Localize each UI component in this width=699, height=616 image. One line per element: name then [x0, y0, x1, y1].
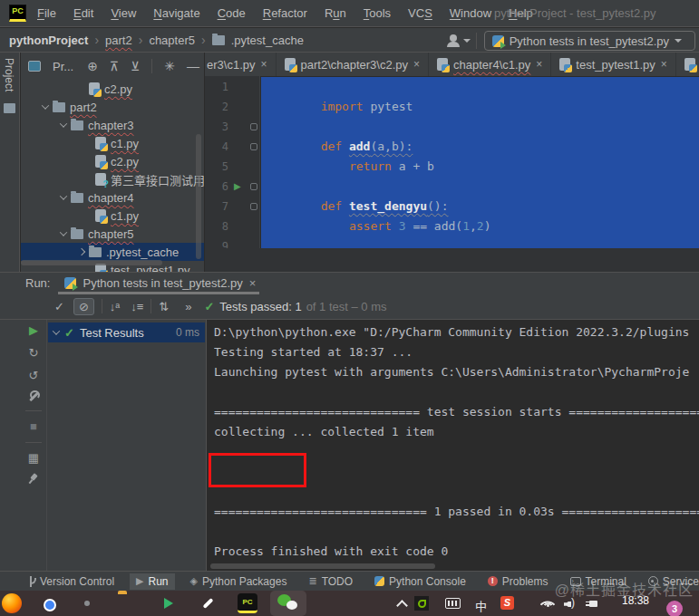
- breadcrumb-project[interactable]: pythonProject: [9, 34, 88, 47]
- tree-item-chapter3-doc[interactable]: 第三章接口测试用例: [21, 170, 204, 188]
- test-settings-icon[interactable]: [28, 391, 39, 402]
- show-passed-icon[interactable]: ✓: [54, 300, 64, 313]
- toolwindow-python-packages[interactable]: ◈ Python Packages: [184, 573, 294, 590]
- tab-test-pytest1[interactable]: test_pytest1.py ×: [551, 53, 675, 76]
- toolwindow-python-console[interactable]: Python Console: [368, 573, 472, 590]
- chevron-down-icon[interactable]: [463, 39, 471, 43]
- tree-vertical-scrollbar[interactable]: [196, 134, 201, 259]
- run-console[interactable]: D:\python\python.exe "D:/PyCharm Communi…: [206, 320, 699, 572]
- console-horizontal-scrollbar[interactable]: [210, 563, 435, 569]
- tab-test-pytest2-partial[interactable]: [676, 53, 699, 76]
- rerun-failed-tests-icon[interactable]: ↻: [29, 346, 39, 361]
- toolwindow-version-control[interactable]: Version Control: [20, 573, 121, 590]
- project-view-icon[interactable]: [28, 61, 41, 72]
- tree-item-c1py[interactable]: c1.py: [21, 207, 204, 225]
- stop-icon[interactable]: ■: [30, 419, 37, 434]
- tree-item-pytest-cache[interactable]: .pytest_cache: [21, 243, 204, 261]
- tree-item-c1py[interactable]: c1.py: [21, 134, 204, 152]
- close-icon[interactable]: ×: [249, 276, 257, 290]
- toggle-auto-test-icon[interactable]: ↺: [29, 369, 39, 383]
- select-opened-file-icon[interactable]: ⊕: [87, 59, 98, 73]
- tray-expand-icon[interactable]: [396, 600, 408, 611]
- toolwindow-services[interactable]: Services: [642, 573, 699, 590]
- collapse-all-icon[interactable]: ⊻: [131, 59, 140, 73]
- more-actions-icon[interactable]: »: [185, 300, 191, 313]
- sort-by-duration-icon[interactable]: ↓≡: [131, 300, 143, 313]
- code-area[interactable]: import pytest def add(a,b): return a + b…: [261, 76, 699, 272]
- toolwindow-run[interactable]: ▶ Run: [130, 573, 174, 590]
- fold-marker-icon[interactable]: [250, 183, 257, 190]
- tree-item-chapter3[interactable]: chapter3: [21, 116, 204, 134]
- breadcrumb-chapter5[interactable]: chapter5: [149, 34, 195, 47]
- sort-alphabetically-icon[interactable]: ↓ᵃ: [110, 300, 120, 313]
- wifi-icon[interactable]: [542, 599, 555, 610]
- close-icon[interactable]: ×: [260, 58, 267, 71]
- project-panel-title[interactable]: Pr...: [53, 60, 73, 73]
- chevron-expanded-icon[interactable]: [53, 327, 60, 334]
- nvidia-tray-icon[interactable]: [414, 596, 429, 611]
- expand-all-icon[interactable]: ⊼: [110, 59, 119, 73]
- project-folder-icon[interactable]: [4, 103, 15, 113]
- taskbar-clock[interactable]: 18:38: [622, 594, 649, 607]
- menu-file[interactable]: File: [37, 6, 56, 20]
- chevron-expanded-icon[interactable]: [60, 228, 67, 236]
- menu-run[interactable]: Run: [325, 6, 346, 20]
- menu-navigate[interactable]: Navigate: [153, 6, 199, 20]
- tab-part2-chapter3-c2py[interactable]: part2\chapter3\c2.py ×: [277, 53, 430, 76]
- chevron-expanded-icon[interactable]: [60, 120, 67, 127]
- breadcrumb-pytest-cache[interactable]: .pytest_cache: [231, 34, 304, 47]
- menu-edit[interactable]: Edit: [73, 6, 93, 20]
- editor-tab-bar: er3\c1.py × part2\chapter3\c2.py × chapt…: [205, 53, 699, 76]
- firefox-icon[interactable]: [2, 593, 22, 613]
- toolwindow-todo[interactable]: ≣ TODO: [302, 573, 359, 590]
- run-configuration-select[interactable]: Python tests in test_pytest2.py: [484, 31, 695, 51]
- user-profile-icon[interactable]: [447, 34, 460, 47]
- fold-marker-icon[interactable]: [250, 203, 257, 210]
- test-results-row[interactable]: ✓ Test Results 0 ms: [48, 322, 205, 342]
- notification-badge[interactable]: 3: [666, 601, 683, 616]
- menu-vcs[interactable]: VCS: [408, 6, 432, 20]
- tree-item-chapter5[interactable]: chapter5: [21, 225, 204, 243]
- tab-c1py[interactable]: er3\c1.py ×: [205, 53, 277, 76]
- run-test-gutter-icon[interactable]: ▶: [234, 177, 241, 197]
- menu-code[interactable]: Code: [218, 6, 246, 20]
- close-icon[interactable]: ×: [413, 58, 420, 71]
- chevron-expanded-icon[interactable]: [60, 192, 67, 199]
- menu-window[interactable]: Window: [450, 6, 491, 20]
- restore-layout-icon[interactable]: ▦: [28, 451, 39, 466]
- tree-item-chapter4[interactable]: chapter4: [21, 188, 204, 207]
- expand-collapse-icon[interactable]: ⇅: [159, 300, 169, 313]
- fold-marker-icon[interactable]: [250, 143, 257, 150]
- menu-view[interactable]: View: [111, 6, 136, 20]
- rerun-tests-icon[interactable]: ▶: [29, 323, 38, 338]
- power-plug-icon[interactable]: [586, 599, 599, 609]
- hide-panel-icon[interactable]: —: [187, 59, 199, 73]
- settings-gear-icon[interactable]: ✳: [164, 59, 175, 73]
- run-tab[interactable]: Python tests in test_pytest2.py ×: [64, 276, 256, 290]
- menu-tools[interactable]: Tools: [364, 6, 391, 20]
- project-panel-header: Pr... ⊕ ⊼ ⊻ ✳ —: [21, 53, 204, 80]
- toolwindow-problems[interactable]: ! Problems: [481, 573, 555, 590]
- tree-horizontal-scrollbar[interactable]: [21, 260, 162, 265]
- tab-chapter4-c1py[interactable]: chapter4\c1.py ×: [429, 53, 551, 76]
- tree-item-c2py[interactable]: c2.py: [21, 80, 204, 98]
- wechat-icon[interactable]: [277, 593, 297, 613]
- fold-marker-icon[interactable]: [250, 123, 257, 130]
- volume-icon[interactable]: [564, 599, 578, 610]
- pycharm-taskbar-icon[interactable]: PC: [238, 593, 257, 613]
- tree-item-c2py[interactable]: c2.py: [21, 152, 204, 170]
- chevron-collapsed-icon[interactable]: [78, 248, 85, 255]
- keyboard-tray-icon[interactable]: [445, 598, 461, 609]
- close-icon[interactable]: ×: [661, 58, 667, 71]
- input-language-indicator[interactable]: 中: [475, 597, 487, 614]
- toolwindow-terminal[interactable]: ›_ Terminal: [564, 573, 633, 590]
- show-ignored-icon[interactable]: ⊘: [73, 298, 94, 315]
- stripe-project-button[interactable]: Project: [3, 58, 15, 91]
- menu-refactor[interactable]: Refactor: [263, 6, 307, 20]
- breadcrumb-part2[interactable]: part2: [105, 34, 132, 47]
- chevron-expanded-icon[interactable]: [42, 101, 49, 109]
- close-icon[interactable]: ×: [536, 58, 542, 71]
- sogou-input-icon[interactable]: S: [500, 596, 514, 610]
- tree-item-part2[interactable]: part2: [21, 98, 204, 116]
- pin-tab-icon[interactable]: [29, 474, 38, 483]
